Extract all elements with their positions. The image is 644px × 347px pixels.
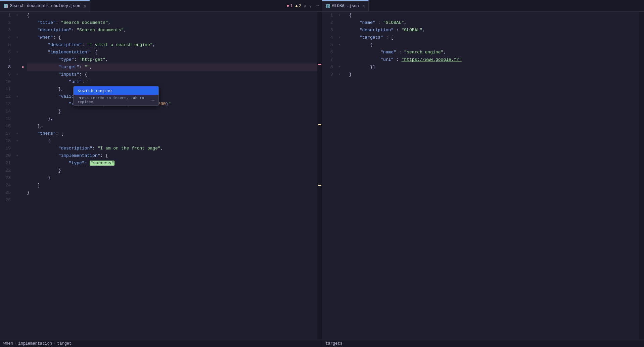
right-tab-close[interactable]: × [362,4,365,9]
right-editor-pane: 1 2 3 4 5 6 7 8 9 ▾ ▾ ▾ ▾ ▾ [322,12,644,340]
code-line-12: "validations": { [27,93,317,100]
autocomplete-hint-row: Press Entrée to insert, Tab to replace ⋯ [74,95,158,105]
code-line-2: "title": "Search documents", [27,19,317,27]
left-tab-close[interactable]: × [84,4,86,9]
fold-17[interactable]: ▾ [16,130,18,137]
left-error-gutter: ● [20,12,26,340]
rcode-line-3: "description" : "GLOBAL", [349,27,640,34]
code-line-22: } [27,167,317,174]
rcode-line-1: { [349,12,640,19]
rfold-5[interactable]: ▾ [338,41,340,49]
rfold-1[interactable]: ▾ [338,12,340,19]
left-line-numbers: 1 2 3 4 5 6 7 8 9 10 11 12 13 14 15 16 1… [0,12,14,340]
code-line-19: "description": "I am on the front page", [27,145,317,152]
scroll-mark-warn1 [318,124,321,125]
code-line-21: "type": "success" [27,160,317,167]
left-fold-gutter: ▾ ▾ ▾ ▾ ▾ ▾ ▾ ▾ [14,12,20,340]
code-line-8: "target": "", [27,63,317,71]
code-line-14: } [27,108,317,115]
code-line-9: "inputs": { [27,71,317,78]
code-line-15: }, [27,115,317,123]
fold-4[interactable]: ▾ [16,34,18,41]
rcode-line-7: "url" : "https://www.google.fr" [349,56,640,63]
code-line-13: "request accepted": "${#status == 200}" [27,100,317,108]
code-line-20: "implementation": { [27,152,317,160]
left-scrollbar[interactable] [317,12,322,340]
rcode-line-4: "targets" : [ [349,34,640,41]
autocomplete-item[interactable]: search_engine [74,86,158,95]
file-warning-icon: {} [3,4,8,8]
right-status: targets [322,341,644,346]
app-container: {} Search documents.chutney.json × ● 1 ▲… [0,0,644,347]
status-bar: when › implementation › target targets [0,340,644,347]
diag-nav-up[interactable]: ∧ [304,3,307,9]
diagnostics-bar: ● 1 ▲ 2 ∧ ∨ [286,0,312,12]
rcode-line-8: }] [349,63,640,71]
code-line-16: }, [27,123,317,130]
code-line-11: }, [27,86,317,93]
error-gutter-line8: ● [20,63,26,71]
editors-container: 1 2 3 4 5 6 7 8 9 10 11 12 13 14 15 16 1… [0,12,644,340]
autocomplete-dropdown: search_engine Press Entrée to insert, Ta… [73,86,159,106]
warning-triangle-icon: ▲ [295,4,297,8]
breadcrumb-sep-1: › [14,341,17,346]
rcode-line-9: } [349,71,640,78]
error-count: ● 1 [286,3,292,8]
breadcrumb-sep-2: › [53,341,56,346]
code-line-6: "implementation": { [27,49,317,56]
code-line-18: { [27,137,317,145]
rcode-line-6: "name" : "search_engine", [349,49,640,56]
tab-bar-row: {} Search documents.chutney.json × ● 1 ▲… [0,0,644,12]
autocomplete-more-icon[interactable]: ⋯ [152,97,154,103]
left-code-content[interactable]: { "title": "Search documents", "descript… [26,12,317,340]
rfold-4[interactable]: ▾ [338,34,340,41]
breadcrumb-target: target [57,341,72,346]
code-line-1: { [27,12,317,19]
breadcrumb-implementation: implementation [18,341,52,346]
left-status: when › implementation › target [0,341,322,346]
fold-18[interactable]: ▾ [16,137,18,145]
right-fold-gutter: ▾ ▾ ▾ ▾ ▾ [336,12,342,340]
fold-1[interactable]: ▾ [16,12,18,19]
right-tab-area: {} GLOBAL.json × [322,0,644,11]
code-line-26 [27,197,317,204]
code-line-4: "when": { [27,34,317,41]
warning-count: ▲ 2 [295,4,301,8]
left-tab-area: {} Search documents.chutney.json × ● 1 ▲… [0,0,322,11]
right-tab-active[interactable]: {} GLOBAL.json × [322,0,369,11]
right-line-numbers: 1 2 3 4 5 6 7 8 9 [322,12,336,340]
error-circle-icon: ● [286,3,289,8]
right-code-content[interactable]: { "name" : "GLOBAL", "description" : "GL… [348,12,640,340]
scroll-mark-warn2 [318,185,321,186]
scroll-mark-error [318,64,321,65]
code-line-3: "description": "Search documents", [27,27,317,34]
right-scrollbar[interactable] [639,12,644,340]
breadcrumb-when: when [3,341,13,346]
fold-6[interactable]: ▾ [16,49,18,56]
rcode-line-2: "name" : "GLOBAL", [349,19,640,27]
diag-nav-down[interactable]: ∨ [309,3,312,9]
code-line-23: } [27,174,317,182]
code-line-17: "thens": [ [27,130,317,137]
fold-9[interactable]: ▾ [16,71,18,78]
svg-text:{}: {} [5,5,8,8]
left-tab-active[interactable]: {} Search documents.chutney.json × [0,0,90,11]
tab-overflow-menu[interactable]: ⋯ [314,0,322,11]
left-tab-label: Search documents.chutney.json [10,4,80,8]
left-editor-pane: 1 2 3 4 5 6 7 8 9 10 11 12 13 14 15 16 1… [0,12,322,340]
code-line-7: "type": "http-get", [27,56,317,63]
file-icon: {} [326,4,330,8]
fold-12[interactable]: ▾ [16,93,18,100]
code-line-5: "description": "I visit a search engine"… [27,41,317,49]
rcode-line-5: { [349,41,640,49]
fold-20[interactable]: ▾ [16,152,18,160]
right-tab-label: GLOBAL.json [332,4,359,8]
code-line-25: } [27,189,317,197]
right-breadcrumb-targets: targets [326,341,342,346]
autocomplete-hint-text: Press Entrée to insert, Tab to replace [78,96,152,104]
svg-text:{}: {} [327,5,330,8]
code-line-10: "uri": " [27,78,317,86]
code-line-24: ] [27,182,317,189]
rfold-8[interactable]: ▾ [338,63,340,71]
rfold-9[interactable]: ▾ [338,71,340,78]
